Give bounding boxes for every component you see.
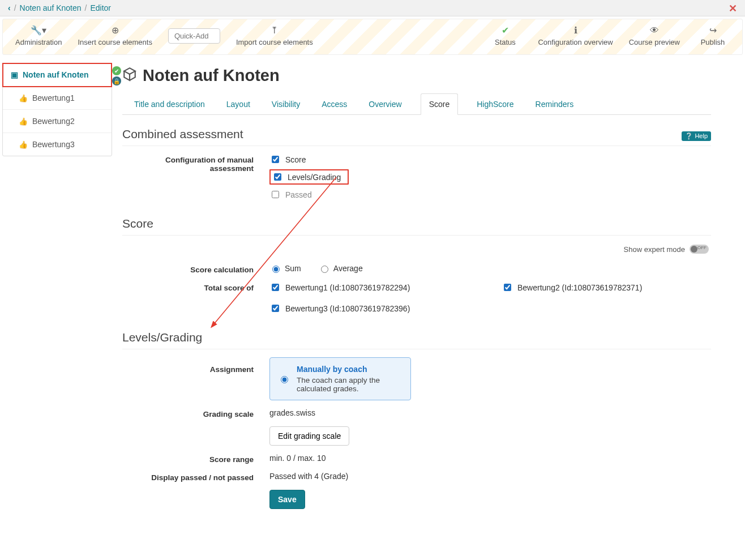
tree-root[interactable]: ▣ Noten auf Knoten (3, 63, 112, 87)
section-levels-grading: Levels/Grading (122, 331, 711, 349)
checkbox-passed[interactable] (272, 191, 279, 198)
save-button[interactable]: Save (269, 490, 305, 509)
section-score: Score (122, 217, 711, 236)
plus-circle-icon: ⊕ (112, 25, 119, 36)
tree-status-badges: ✔ 🔒 (112, 66, 121, 86)
checkbox-passed-label: Passed (285, 190, 312, 199)
checkbox-total-bewertung1[interactable] (272, 284, 279, 291)
toolbar-import[interactable]: ⤒ Import course elements (236, 25, 313, 46)
tree-item-label: Bewertung3 (32, 140, 75, 149)
toolbar-label: Configuration overview (538, 38, 613, 46)
toolbar-preview[interactable]: 👁 Course preview (629, 25, 680, 46)
toolbar-label: Import course elements (236, 38, 313, 46)
toolbar-label: Administration (15, 38, 62, 46)
expert-mode-label: Show expert mode (624, 245, 685, 254)
share-icon: ↪ (709, 25, 717, 36)
label-score-calculation: Score calculation (122, 264, 269, 274)
toolbar-publish[interactable]: ↪ Publish (696, 25, 730, 46)
radio-sum-label: Sum (285, 264, 301, 273)
tab-access[interactable]: Access (319, 93, 350, 115)
breadcrumb: ‹ / Noten auf Knoten / Editor ✕ (0, 0, 745, 16)
edit-grading-scale-button[interactable]: Edit grading scale (269, 426, 349, 446)
thumbs-up-icon: 👍 (19, 117, 28, 126)
breadcrumb-editor[interactable]: Editor (90, 3, 111, 12)
close-icon[interactable]: ✕ (729, 2, 737, 15)
toolbar-config-overview[interactable]: ℹ Configuration overview (538, 25, 613, 46)
page-title-text: Noten auf Knoten (143, 66, 280, 85)
checkbox-levels-label: Levels/Grading (288, 173, 344, 182)
radio-average-label: Average (333, 264, 363, 273)
tree-item-label: Bewertung1 (32, 93, 75, 102)
cube-icon (122, 67, 137, 85)
tab-overview[interactable]: Overview (366, 93, 404, 115)
tab-visibility[interactable]: Visibility (269, 93, 303, 115)
help-button[interactable]: ❔ Help (682, 131, 711, 141)
checkbox-score[interactable] (272, 156, 279, 163)
status-lock-icon: 🔒 (112, 76, 121, 86)
check-icon: ✔ (502, 25, 509, 36)
tree-item-bewertung1[interactable]: 👍 Bewertung1 (3, 87, 112, 110)
label-total-score-of: Total score of (122, 282, 269, 292)
radio-sum[interactable] (272, 266, 280, 273)
toolbar-label: Course preview (629, 38, 680, 46)
thumbs-up-icon: 👍 (19, 94, 28, 102)
radio-average-wrap[interactable]: Average (318, 264, 363, 273)
info-icon: ℹ (574, 25, 577, 36)
toolbar-status[interactable]: ✔ Status (488, 25, 522, 46)
checkbox-levels-grading[interactable] (274, 173, 281, 181)
breadcrumb-course[interactable]: Noten auf Knoten (20, 3, 82, 12)
section-combined-assessment: Combined assessment ❔ Help (122, 127, 711, 146)
tree-item-label: Bewertung2 (32, 117, 75, 126)
expert-mode-toggle[interactable]: OFF (690, 245, 709, 254)
course-tree: ▣ Noten auf Knoten 👍 Bewertung1 👍 Bewert… (2, 63, 112, 156)
label-config-manual-assessment: Configuration of manual assessment (122, 154, 269, 173)
toolbar-administration[interactable]: 🔧▾ Administration (15, 25, 62, 46)
toggle-state: OFF (697, 245, 707, 250)
radio-sum-wrap[interactable]: Sum (269, 264, 301, 273)
display-passed-value: Passed with 4 (Grade) (269, 472, 711, 481)
cube-icon: ▣ (11, 70, 18, 79)
assignment-option-desc: The coach can apply the calculated grade… (297, 376, 403, 393)
checkbox-total-bewertung3[interactable] (272, 305, 279, 312)
radio-average[interactable] (321, 266, 328, 273)
thumbs-up-icon: 👍 (19, 140, 28, 149)
tree-root-label: Noten auf Knoten (23, 70, 89, 79)
tab-score[interactable]: Score (421, 93, 459, 115)
quick-add-input[interactable] (168, 28, 220, 44)
label-display-passed: Display passed / not passed (122, 472, 269, 482)
page-title: Noten auf Knoten (122, 66, 711, 85)
label-grading-scale: Grading scale (122, 408, 269, 418)
tab-reminders[interactable]: Reminders (533, 93, 577, 115)
checkbox-score-label: Score (285, 155, 306, 164)
checkbox-total-label: Bewertung2 (Id:108073619782371) (517, 283, 642, 292)
grading-scale-value: grades.swiss (269, 408, 711, 417)
radio-assignment-manual[interactable] (281, 366, 288, 393)
checkbox-total-label: Bewertung3 (Id:108073619782396) (285, 304, 410, 313)
tab-layout[interactable]: Layout (224, 93, 253, 115)
wrench-icon: 🔧▾ (31, 25, 46, 36)
assignment-option-manual[interactable]: Manually by coach The coach can apply th… (269, 357, 411, 400)
toolbar-label: Publish (701, 38, 725, 46)
score-range-value: min. 0 / max. 10 (269, 454, 711, 463)
tree-item-bewertung2[interactable]: 👍 Bewertung2 (3, 110, 112, 133)
breadcrumb-back-icon[interactable]: ‹ (8, 3, 11, 12)
tree-item-bewertung3[interactable]: 👍 Bewertung3 (3, 133, 112, 156)
toolbar-label: Status (495, 38, 516, 46)
status-ok-icon: ✔ (112, 66, 121, 75)
highlight-levels-grading: Levels/Grading (269, 169, 349, 185)
editor-toolbar: 🔧▾ Administration ⊕ Insert course elemen… (2, 19, 743, 55)
assignment-option-title: Manually by coach (297, 365, 403, 374)
tabs: Title and description Layout Visibility … (122, 93, 711, 115)
tab-highscore[interactable]: HighScore (474, 93, 516, 115)
label-score-range: Score range (122, 454, 269, 464)
eye-icon: 👁 (650, 25, 659, 36)
toolbar-label: Insert course elements (78, 38, 152, 46)
checkbox-total-bewertung2[interactable] (504, 284, 511, 291)
label-assignment: Assignment (122, 357, 269, 374)
tab-title-description[interactable]: Title and description (131, 93, 208, 115)
breadcrumb-sep: / (14, 3, 16, 12)
toolbar-insert[interactable]: ⊕ Insert course elements (78, 25, 152, 46)
checkbox-total-label: Bewertung1 (Id:108073619782294) (285, 283, 410, 292)
breadcrumb-sep: / (85, 3, 87, 12)
upload-icon: ⤒ (271, 25, 278, 36)
